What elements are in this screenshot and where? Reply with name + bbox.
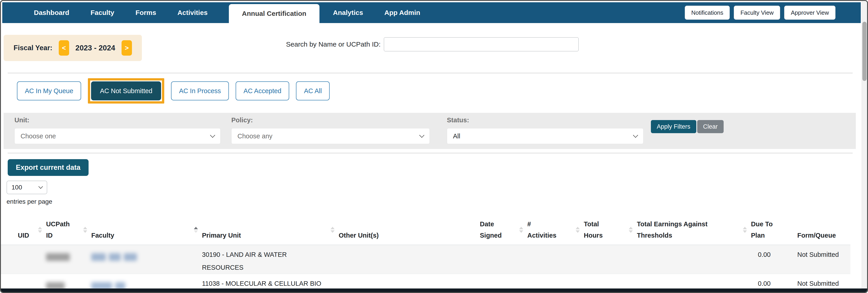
cell-total-hours [584,245,637,274]
search-row: Search by Name or UCPath ID: [286,37,579,52]
divider [8,153,852,153]
col-header-faculty[interactable]: Faculty [91,211,202,245]
nav-activities[interactable]: Activities [177,2,208,23]
nav-annual-certification[interactable]: Annual Certification [229,4,319,23]
policy-filter-label: Policy: [231,116,253,124]
nav-faculty[interactable]: Faculty [91,2,114,23]
fiscal-year-panel: Fiscal Year: < 2023 - 2024 > [4,35,142,61]
cell-form-queue: Not Submitted [797,245,850,274]
apply-filters-button[interactable]: Apply Filters [651,120,696,133]
selected-tab-highlight: AC Not Submitted [88,78,164,104]
status-select[interactable]: All [447,128,644,144]
unit-select[interactable]: Choose one [14,128,220,144]
sort-icon[interactable] [743,227,747,233]
tab-ac-all[interactable]: AC All [296,81,330,100]
cell-total-earnings [637,245,751,274]
nav-analytics[interactable]: Analytics [333,2,363,23]
chevron-down-icon [419,133,425,138]
sort-icon[interactable] [576,227,580,233]
cell-due-to-plan: 0.00 [751,245,797,274]
vertical-scrollbar[interactable] [862,1,867,292]
redacted-link [124,253,137,261]
app-window: Dashboard Faculty Forms Activities Annua… [0,0,868,293]
table-row[interactable]: 30190 - LAND AIR & WATER RESOURCES 0.00 … [1,245,850,274]
page-size-select[interactable]: 100 [6,181,47,194]
fiscal-year-value: 2023 - 2024 [75,43,115,52]
tab-ac-in-process[interactable]: AC In Process [171,81,229,100]
sort-asc-icon[interactable] [194,227,198,233]
status-select-value: All [453,133,460,140]
top-nav: Dashboard Faculty Forms Activities Annua… [2,2,861,23]
cell-primary-unit: 30190 - LAND AIR & WATER RESOURCES [202,245,329,274]
cell-other-units [339,245,480,274]
search-input[interactable] [384,37,579,51]
col-header-uid[interactable]: UID [18,211,46,245]
redacted-link [109,253,121,261]
col-header-date-signed[interactable]: Date Signed [480,211,527,245]
status-filter-label: Status: [447,116,469,124]
sort-icon[interactable] [331,227,335,233]
sort-icon[interactable] [38,227,42,233]
clear-filters-button[interactable]: Clear [697,120,724,133]
footer-bar [1,289,867,292]
notifications-button[interactable]: Notifications [685,6,730,20]
col-header-other-units: Other Unit(s) [339,211,480,245]
table-header-row: UID UCPath ID Faculty Primary Unit Other… [1,211,850,245]
policy-select[interactable]: Choose any [231,128,430,144]
fiscal-year-next-button[interactable]: > [122,40,132,56]
tab-ac-accepted[interactable]: AC Accepted [236,81,289,100]
results-table: UID UCPath ID Faculty Primary Unit Other… [1,211,850,293]
col-header-primary-unit[interactable]: Primary Unit [202,211,339,245]
redacted-link [91,253,106,261]
cell-ucpath-id-redacted [46,245,91,274]
tab-ac-not-submitted[interactable]: AC Not Submitted [91,81,161,100]
redacted-text [46,253,70,261]
col-header-total-earnings[interactable]: Total Earnings Against Thresholds [637,211,751,245]
page-size-value: 100 [11,184,22,191]
cell-num-activities [527,245,584,274]
cell-date-signed [480,245,527,274]
nav-right-buttons: Notifications Faculty View Approver View [685,6,835,20]
approver-view-button[interactable]: Approver View [784,6,835,20]
entries-per-page-label: entries per page [6,198,52,205]
policy-select-value: Choose any [238,133,273,140]
sort-icon[interactable] [519,227,523,233]
col-header-form-queue: Form/Queue [797,211,850,245]
divider [8,73,852,73]
unit-filter-label: Unit: [14,116,29,124]
col-header-num-activities[interactable]: # Activities [527,211,584,245]
unit-select-value: Choose one [21,133,56,140]
fiscal-year-label: Fiscal Year: [13,44,53,52]
sort-icon[interactable] [83,227,87,233]
cell-uid [18,245,46,274]
nav-app-admin[interactable]: App Admin [384,2,420,23]
col-header-total-hours[interactable]: Total Hours [584,211,637,245]
sort-icon[interactable] [629,227,633,233]
scrollbar-thumb[interactable] [862,22,867,81]
queue-tabs: AC In My Queue AC Not Submitted AC In Pr… [17,76,330,106]
nav-forms[interactable]: Forms [135,2,156,23]
tab-ac-in-my-queue[interactable]: AC In My Queue [17,81,81,100]
faculty-view-button[interactable]: Faculty View [734,6,780,20]
filter-panel: Unit: Choose one Policy: Choose any Stat… [4,113,856,149]
fiscal-year-prev-button[interactable]: < [59,40,69,56]
col-header-due-to-plan: Due To Plan [751,211,797,245]
search-label: Search by Name or UCPath ID: [286,40,381,48]
export-current-data-button[interactable]: Export current data [8,159,89,176]
chevron-down-icon [633,133,638,138]
nav-dashboard[interactable]: Dashboard [34,2,69,23]
col-header-ucpath-id[interactable]: UCPath ID [46,211,91,245]
chevron-down-icon [210,133,215,138]
cell-faculty-redacted[interactable] [91,245,202,274]
chevron-down-icon [38,184,43,189]
